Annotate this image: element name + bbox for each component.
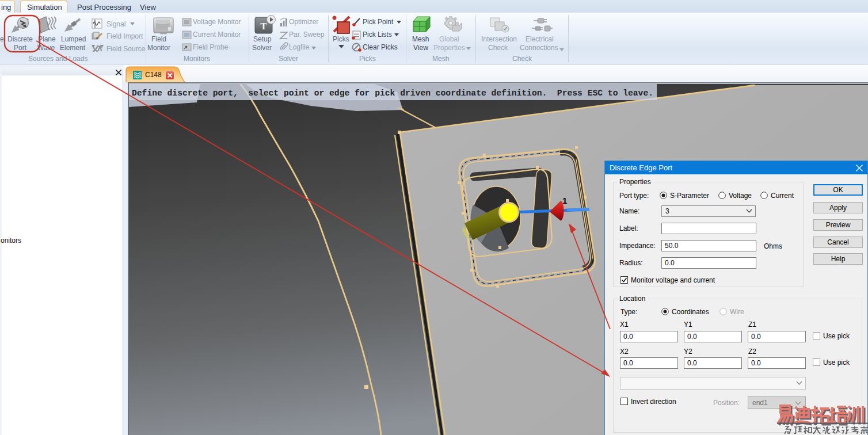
svg-text:1: 1	[562, 196, 567, 205]
svg-text:Define discrete port, select: Define discrete port, select point or ed…	[132, 89, 653, 98]
svg-text:T: T	[260, 21, 267, 32]
